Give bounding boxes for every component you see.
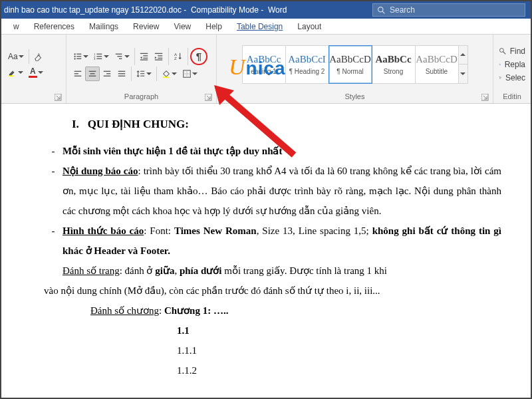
svg-rect-30 <box>74 70 82 71</box>
tab-review[interactable]: Review <box>126 19 166 34</box>
dialog-launcher-icon[interactable] <box>481 94 489 101</box>
replace-button[interactable]: Repla <box>497 59 527 70</box>
pnum-line2: vào nội dung chính (Mở đầu), còn các phầ… <box>44 281 501 301</box>
dialog-launcher-icon[interactable] <box>205 94 212 101</box>
ribbon: Unica Aa A A <box>1 35 531 104</box>
style-heading1[interactable]: AaBbCc eading 1 <box>242 45 286 84</box>
align-left-button[interactable] <box>70 66 85 81</box>
tab-mailings[interactable]: Mailings <box>82 19 125 34</box>
svg-rect-41 <box>118 75 126 76</box>
bullets-button[interactable] <box>70 49 91 64</box>
paragraph-group-label: Paragraph <box>70 91 212 102</box>
svg-rect-33 <box>89 70 96 71</box>
svg-rect-40 <box>118 73 126 74</box>
search-placeholder: Search <box>390 5 415 15</box>
svg-rect-26 <box>158 57 162 58</box>
svg-point-5 <box>74 53 75 55</box>
svg-rect-17 <box>116 53 122 54</box>
borders-button[interactable] <box>180 66 200 81</box>
paint-bucket-icon <box>162 69 171 78</box>
svg-line-1 <box>382 11 384 13</box>
svg-rect-42 <box>140 70 144 71</box>
svg-rect-27 <box>155 59 162 60</box>
num-1-1: 1.1 <box>177 321 501 340</box>
numbering-button[interactable]: 123 <box>91 49 112 64</box>
svg-rect-31 <box>74 73 78 74</box>
replace-icon <box>499 60 501 69</box>
tab-layout[interactable]: Layout <box>291 19 328 34</box>
svg-rect-43 <box>140 73 144 74</box>
change-case-button[interactable]: Aa <box>5 49 27 64</box>
svg-rect-22 <box>143 57 148 58</box>
svg-rect-38 <box>104 75 111 76</box>
align-right-button[interactable] <box>100 66 114 81</box>
svg-text:Z: Z <box>174 56 177 61</box>
tab-table-design[interactable]: Table Design <box>230 19 289 34</box>
ribbon-tabs: w References Mailings Review View Help T… <box>1 19 531 35</box>
bullet-dash: - <box>44 141 63 161</box>
svg-rect-36 <box>104 70 111 71</box>
window-title: dinh bao cao thuc tap_update ngay 151220… <box>4 5 287 15</box>
svg-rect-45 <box>163 76 170 78</box>
chapter-line: Đánh số chương: Chương 1: ….. <box>90 301 501 321</box>
show-hide-paragraph-marks-button[interactable]: ¶ <box>190 48 207 65</box>
li2-text: Nội dung báo cáo: trình bày tối thiểu 30… <box>63 161 501 221</box>
cursor-icon <box>499 73 502 82</box>
font-group: Aa A A <box>1 35 66 103</box>
paragraph-group: 123 AZ ¶ Paragraph <box>66 35 217 103</box>
sort-button[interactable]: AZ <box>171 49 186 64</box>
svg-rect-10 <box>76 58 81 59</box>
font-color-button[interactable]: A <box>26 65 46 80</box>
multilevel-list-button[interactable] <box>112 49 132 64</box>
svg-line-52 <box>503 51 506 54</box>
svg-point-7 <box>74 58 75 59</box>
shading-button[interactable] <box>159 66 180 81</box>
style-normal[interactable]: AaBbCcD ¶ Normal <box>329 45 372 84</box>
svg-rect-34 <box>90 73 95 74</box>
svg-rect-35 <box>89 75 96 76</box>
svg-text:A: A <box>37 52 41 57</box>
svg-rect-8 <box>76 53 81 54</box>
highlight-color-button[interactable] <box>5 65 26 80</box>
svg-rect-32 <box>74 75 82 76</box>
svg-rect-14 <box>96 53 102 54</box>
bullet-dash: - <box>44 221 63 261</box>
svg-rect-3 <box>9 75 14 76</box>
svg-rect-20 <box>140 53 148 53</box>
svg-point-51 <box>499 48 503 52</box>
select-button[interactable]: Selec <box>497 72 527 84</box>
find-icon <box>499 47 507 56</box>
titlebar: dinh bao cao thuc tap_update ngay 151220… <box>1 1 531 19</box>
document-area[interactable]: I. QUI ĐỊNH CHUNG: - Mỗi sinh viên thực … <box>1 104 531 398</box>
increase-indent-button[interactable] <box>152 49 166 64</box>
tab-help[interactable]: Help <box>199 19 229 34</box>
editing-group-label: Editin <box>497 91 527 102</box>
search-icon <box>377 6 386 15</box>
line-spacing-button[interactable] <box>134 66 154 81</box>
tab-references[interactable]: References <box>27 19 81 34</box>
svg-rect-25 <box>158 55 162 56</box>
svg-rect-37 <box>106 73 110 74</box>
dialog-launcher-icon[interactable] <box>55 94 62 101</box>
svg-rect-19 <box>119 58 122 59</box>
clear-formatting-button[interactable]: A <box>31 49 46 64</box>
li1-text: Mỗi sinh viên thực hiện 1 đề tài thực tậ… <box>63 146 282 156</box>
style-subtitle[interactable]: AaBbCcD Subtitle <box>415 45 459 84</box>
justify-button[interactable] <box>114 66 129 81</box>
style-heading2[interactable]: AaBbCcI ¶ Heading 2 <box>285 45 329 84</box>
section-heading: I. QUI ĐỊNH CHUNG: <box>72 113 501 136</box>
eraser-icon: A <box>34 52 43 61</box>
styles-gallery-more[interactable] <box>458 45 468 84</box>
svg-rect-23 <box>140 59 148 60</box>
page-content: I. QUI ĐỊNH CHUNG: - Mỗi sinh viên thực … <box>1 104 531 380</box>
svg-rect-24 <box>155 53 162 53</box>
align-center-button[interactable] <box>85 66 100 81</box>
decrease-indent-button[interactable] <box>137 49 152 64</box>
find-button[interactable]: Find <box>497 45 527 57</box>
font-group-label <box>5 91 62 102</box>
tab-view[interactable]: View <box>167 19 198 34</box>
tab-partial-left[interactable]: w <box>7 19 26 34</box>
borders-icon <box>182 69 192 78</box>
style-strong[interactable]: AaBbCc Strong <box>372 45 416 84</box>
search-box[interactable]: Search <box>372 3 525 17</box>
